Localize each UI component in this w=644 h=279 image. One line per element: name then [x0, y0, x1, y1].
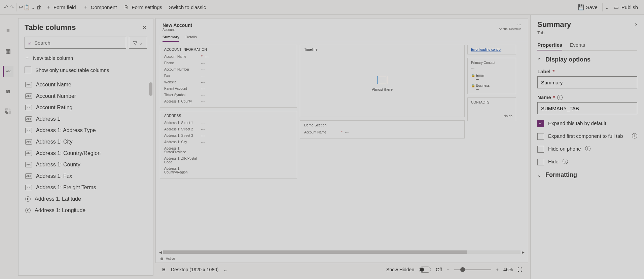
components-icon[interactable]: ▦: [3, 46, 13, 56]
zoom-slider[interactable]: [454, 269, 491, 270]
hamburger-icon[interactable]: ≡: [3, 26, 13, 36]
form-field-row[interactable]: Address 1: Street 3---: [164, 132, 293, 139]
formatting-header[interactable]: ⌄Formatting: [537, 171, 637, 178]
publish-button[interactable]: ▭Publish: [610, 2, 641, 12]
redo-icon[interactable]: ↷: [9, 4, 15, 10]
column-item[interactable]: ▭Address 1: Freight Terms: [19, 182, 153, 193]
close-icon[interactable]: ✕: [142, 24, 147, 31]
column-item[interactable]: AbcAddress 1: Fax: [19, 170, 153, 182]
chevron-down-icon[interactable]: ⌄: [223, 267, 227, 272]
form-field-row[interactable]: Address 1: City---: [164, 139, 293, 145]
name-input[interactable]: [537, 102, 637, 114]
demo-section[interactable]: Demo Section Account Name*---: [300, 120, 465, 138]
column-item[interactable]: ▭Account Rating: [19, 102, 153, 113]
hide-phone-checkbox[interactable]: Hide on phonei: [537, 146, 637, 153]
info-icon[interactable]: i: [585, 146, 591, 151]
info-icon[interactable]: i: [557, 95, 563, 100]
tab-events[interactable]: Events: [570, 40, 585, 50]
form-settings-button[interactable]: 🗎Form settings: [120, 2, 166, 12]
info-icon[interactable]: i: [563, 159, 568, 164]
show-unused-checkbox[interactable]: Show only unused table columns: [19, 65, 153, 79]
column-label: Address 1: Latitude: [35, 196, 81, 202]
add-form-field-button[interactable]: ＋Form field: [42, 2, 79, 12]
form-field-row[interactable]: Parent Account---: [164, 85, 293, 92]
tab-details[interactable]: Details: [185, 34, 197, 42]
tab-summary[interactable]: Summary: [163, 34, 179, 42]
error-control[interactable]: Error loading control: [467, 45, 516, 54]
address-section[interactable]: ADDRESS Address 1: Street 1---Address 1:…: [160, 111, 297, 178]
properties-title: Summary: [537, 20, 571, 29]
tab-properties[interactable]: Properties: [537, 40, 562, 50]
fit-icon[interactable]: ⛶: [517, 267, 522, 272]
type-icon: ◐: [25, 208, 31, 213]
type-icon: Abc: [25, 116, 32, 122]
device-icon: 🖥: [162, 267, 166, 272]
desktop-size[interactable]: Desktop (1920 x 1080): [171, 267, 219, 272]
form-field-row[interactable]: Address 1: County---: [164, 98, 293, 105]
account-info-section[interactable]: ACCOUNT INFORMATION Account Name*---Phon…: [160, 45, 297, 108]
chevron-down-icon: ⌄: [139, 40, 143, 46]
scrollbar[interactable]: [149, 82, 152, 96]
column-label: Account Name: [36, 82, 71, 88]
search-icon: ⌕: [28, 40, 32, 46]
plus-icon: ＋: [45, 4, 51, 10]
column-item[interactable]: AbcAccount Number: [19, 90, 153, 102]
cut-icon[interactable]: ✂: [18, 4, 24, 10]
tree-icon[interactable]: ⿻: [3, 106, 13, 117]
form-field-row[interactable]: Account Name*---: [164, 53, 293, 60]
column-item[interactable]: AbcAddress 1: County: [19, 159, 153, 170]
chevron-down-icon[interactable]: ⌄: [30, 4, 36, 10]
columns-icon[interactable]: Abc: [3, 66, 13, 77]
contacts-section[interactable]: CONTACTS No da: [467, 97, 516, 121]
filter-button[interactable]: ▽⌄: [129, 37, 147, 49]
column-item[interactable]: AbcAccount Name: [19, 79, 153, 90]
form-field-row[interactable]: Address 1: State/Province: [164, 145, 293, 155]
column-item[interactable]: ▭Address 1: Address Type: [19, 125, 153, 136]
form-field-row[interactable]: Website---: [164, 79, 293, 85]
chevron-right-icon[interactable]: ›: [635, 20, 637, 28]
form-field-row[interactable]: Account Name*---: [304, 129, 460, 135]
form-field-row[interactable]: Phone---: [164, 60, 293, 66]
toolbar: ↶ ↷ ✂ 📋 ⌄ 🗑 ＋Form field ＋Component 🗎Form…: [0, 0, 644, 15]
display-options-header[interactable]: ⌃Display options: [537, 56, 637, 63]
form-field-row[interactable]: Address 1: ZIP/Postal Code: [164, 155, 293, 165]
undo-icon[interactable]: ↶: [3, 4, 9, 10]
zoom-in-button[interactable]: +: [496, 267, 499, 272]
hide-checkbox[interactable]: Hidei: [537, 159, 637, 165]
column-item[interactable]: ◐Address 1: Latitude: [19, 193, 153, 205]
paste-icon[interactable]: 📋: [24, 4, 30, 10]
column-item[interactable]: AbcAddress 1: City: [19, 136, 153, 148]
primary-contact-section[interactable]: Primary Contact --- 🔒 Email --- 🔒 Busine…: [467, 58, 516, 94]
info-icon[interactable]: i: [632, 133, 637, 138]
form-field-row[interactable]: Address 1: Country/Region: [164, 165, 293, 175]
canvas-footer: 🖥 Desktop (1920 x 1080) ⌄ Show Hidden Of…: [155, 263, 528, 276]
properties-panel: Summary › Tab Properties Events ⌃Display…: [530, 15, 644, 279]
timeline-section[interactable]: Timeline ⋯ Almost there: [300, 45, 465, 117]
search-input[interactable]: ⌕: [25, 37, 126, 49]
save-button[interactable]: 💾Save: [575, 2, 601, 12]
column-item[interactable]: AbcAddress 1: [19, 113, 153, 125]
zoom-out-button[interactable]: −: [447, 267, 450, 272]
form-field-row[interactable]: Account Number---: [164, 66, 293, 73]
form-field-row[interactable]: Ticker Symbol---: [164, 92, 293, 98]
form-field-row[interactable]: Address 1: Street 2---: [164, 126, 293, 132]
layers-icon[interactable]: ≋: [3, 86, 13, 97]
column-label: Address 1: Freight Terms: [36, 185, 96, 191]
add-component-button[interactable]: ＋Component: [79, 2, 120, 12]
form-field-row[interactable]: Address 1: Street 1---: [164, 120, 293, 126]
expand-full-checkbox[interactable]: Expand first component to full tabi: [537, 133, 637, 140]
form-field-row[interactable]: Fax---: [164, 73, 293, 79]
type-icon: Abc: [25, 173, 32, 179]
status-bar: Active: [160, 257, 175, 261]
new-table-column-button[interactable]: ＋New table column: [19, 53, 153, 65]
column-item[interactable]: ◐Address 1: Longitude: [19, 205, 153, 216]
delete-icon[interactable]: 🗑: [36, 4, 42, 10]
switch-classic-button[interactable]: Switch to classic: [166, 2, 209, 12]
expand-default-checkbox[interactable]: Expand this tab by default: [537, 120, 637, 127]
label-input[interactable]: [537, 76, 637, 88]
column-item[interactable]: AbcAddress 1: Country/Region: [19, 148, 153, 159]
chevron-down-icon[interactable]: ⌄: [604, 4, 610, 10]
column-label: Account Number: [36, 93, 76, 99]
horizontal-scrollbar[interactable]: ◀ ▶: [159, 250, 525, 254]
show-hidden-toggle[interactable]: [419, 267, 431, 273]
